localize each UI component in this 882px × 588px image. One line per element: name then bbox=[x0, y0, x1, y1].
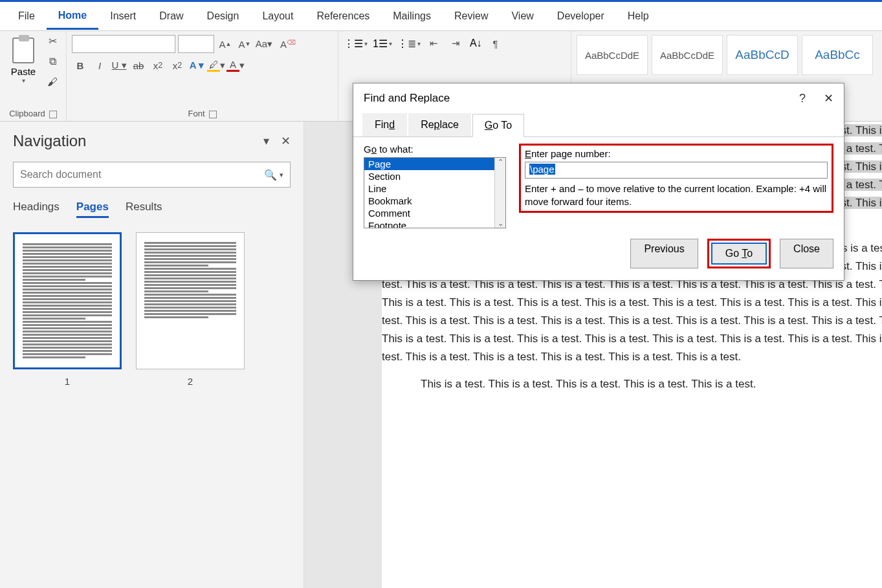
show-marks-button[interactable]: ¶ bbox=[487, 35, 504, 52]
nav-search-box[interactable]: 🔍 ▾ bbox=[13, 162, 291, 188]
nav-options-icon[interactable]: ▾ bbox=[263, 134, 269, 148]
goto-item-line[interactable]: Line bbox=[364, 182, 505, 195]
find-replace-dialog: Find and Replace ? ✕ Find Replace Go To … bbox=[353, 83, 844, 281]
text-effects-button[interactable]: A ▾ bbox=[188, 57, 205, 74]
nav-tab-headings[interactable]: Headings bbox=[13, 201, 60, 218]
goto-item-page[interactable]: Page bbox=[364, 158, 505, 170]
numbering-button[interactable]: 1☰▾ bbox=[373, 38, 392, 50]
tab-file[interactable]: File bbox=[6, 4, 47, 28]
font-group-label: Font bbox=[188, 109, 204, 118]
nav-tab-pages[interactable]: Pages bbox=[76, 201, 109, 218]
dialog-tab-find[interactable]: Find bbox=[362, 113, 407, 136]
nav-close-icon[interactable]: ✕ bbox=[281, 134, 291, 148]
nav-tab-results[interactable]: Results bbox=[126, 201, 162, 218]
goto-button[interactable]: Go To bbox=[711, 243, 767, 265]
superscript-button[interactable]: x2 bbox=[169, 57, 186, 74]
clipboard-launcher-icon[interactable] bbox=[49, 111, 57, 118]
tab-design[interactable]: Design bbox=[195, 4, 251, 28]
font-color-button[interactable]: A▾ bbox=[227, 57, 244, 74]
tab-references[interactable]: References bbox=[305, 4, 381, 28]
increase-indent-button[interactable]: ⇥ bbox=[448, 35, 465, 52]
clear-formatting-icon[interactable]: A⌫ bbox=[275, 36, 292, 52]
page-thumbnails: 1 2 bbox=[13, 232, 291, 387]
style-no-spacing[interactable]: AaBbCcDdE bbox=[652, 35, 723, 75]
bullets-button[interactable]: ⋮☰▾ bbox=[344, 38, 368, 50]
format-painter-icon[interactable]: 🖌 bbox=[45, 76, 60, 91]
goto-list-scrollbar[interactable]: ⌃⌄ bbox=[494, 158, 505, 228]
goto-item-comment[interactable]: Comment bbox=[364, 207, 505, 219]
tab-view[interactable]: View bbox=[500, 4, 545, 28]
enter-page-label: Enter page number: bbox=[525, 148, 828, 159]
cut-icon[interactable]: ✂ bbox=[45, 35, 60, 49]
tab-layout[interactable]: Layout bbox=[250, 4, 305, 28]
goto-what-list[interactable]: Page Section Line Bookmark Comment Footn… bbox=[364, 157, 506, 228]
tab-insert[interactable]: Insert bbox=[98, 4, 148, 28]
thumb-2-number: 2 bbox=[188, 376, 193, 387]
group-font: A▲ A▼ Aa▾ A⌫ B I U ▾ ab x2 x2 A ▾ 🖊▾ A▾ … bbox=[67, 31, 338, 121]
nav-search-input[interactable] bbox=[20, 169, 264, 180]
dialog-tab-replace[interactable]: Replace bbox=[408, 113, 471, 136]
page-number-input[interactable]: \page bbox=[525, 162, 828, 179]
dialog-title: Find and Replace bbox=[364, 92, 450, 105]
goto-hint-text: Enter + and – to move relative to the cu… bbox=[525, 182, 828, 208]
enter-page-highlight: Enter page number: \page Enter + and – t… bbox=[519, 144, 833, 213]
close-button[interactable]: Close bbox=[780, 239, 833, 268]
goto-button-highlight: Go To bbox=[707, 239, 771, 268]
goto-item-section[interactable]: Section bbox=[364, 170, 505, 182]
ribbon-tabs: File Home Insert Draw Design Layout Refe… bbox=[0, 0, 882, 31]
navigation-pane: Navigation ▾ ✕ 🔍 ▾ Headings Pages Result… bbox=[0, 122, 304, 588]
clipboard-icon bbox=[12, 38, 34, 63]
italic-button[interactable]: I bbox=[91, 57, 108, 74]
subscript-button[interactable]: x2 bbox=[149, 57, 166, 74]
paste-button[interactable]: Paste ▾ bbox=[5, 35, 41, 91]
thumb-1-number: 1 bbox=[65, 376, 70, 387]
multilevel-list-button[interactable]: ⋮≣▾ bbox=[397, 38, 421, 50]
tab-developer[interactable]: Developer bbox=[546, 4, 616, 28]
page-thumbnail-2[interactable] bbox=[136, 232, 245, 369]
underline-button[interactable]: U ▾ bbox=[111, 57, 127, 74]
goto-item-footnote[interactable]: Footnote bbox=[364, 219, 505, 228]
goto-what-label: Go to what: bbox=[364, 144, 506, 155]
highlight-button[interactable]: 🖊▾ bbox=[208, 57, 225, 74]
paste-label: Paste bbox=[11, 66, 36, 77]
group-clipboard: Paste ▾ ✂ ⧉ 🖌 Clipboard bbox=[0, 31, 67, 121]
decrease-indent-button[interactable]: ⇤ bbox=[426, 35, 443, 52]
style-heading2[interactable]: AaBbCc bbox=[802, 35, 873, 75]
dialog-help-icon[interactable]: ? bbox=[799, 92, 806, 105]
font-launcher-icon[interactable] bbox=[209, 111, 217, 118]
tab-draw[interactable]: Draw bbox=[148, 4, 195, 28]
strikethrough-button[interactable]: ab bbox=[130, 57, 147, 74]
sort-button[interactable]: A↓ bbox=[470, 38, 482, 49]
dialog-tab-goto[interactable]: Go To bbox=[472, 114, 524, 137]
dialog-tabs: Find Replace Go To bbox=[353, 113, 844, 137]
nav-subtabs: Headings Pages Results bbox=[13, 201, 291, 218]
page-thumbnail-1[interactable] bbox=[13, 232, 122, 369]
goto-item-bookmark[interactable]: Bookmark bbox=[364, 195, 505, 207]
bold-button[interactable]: B bbox=[72, 57, 89, 74]
copy-icon[interactable]: ⧉ bbox=[45, 56, 60, 70]
previous-button[interactable]: Previous bbox=[630, 239, 698, 268]
tab-home[interactable]: Home bbox=[47, 3, 98, 30]
font-size-select[interactable] bbox=[178, 35, 214, 53]
style-heading1[interactable]: AaBbCcD bbox=[727, 35, 798, 75]
tab-mailings[interactable]: Mailings bbox=[381, 4, 443, 28]
font-name-select[interactable] bbox=[72, 35, 175, 53]
clipboard-group-label: Clipboard bbox=[9, 109, 45, 118]
tab-help[interactable]: Help bbox=[616, 4, 661, 28]
change-case-icon[interactable]: Aa▾ bbox=[256, 36, 272, 52]
dialog-close-icon[interactable]: ✕ bbox=[824, 91, 833, 105]
decrease-font-icon[interactable]: A▼ bbox=[236, 36, 253, 52]
increase-font-icon[interactable]: A▲ bbox=[217, 36, 234, 52]
navigation-title: Navigation bbox=[13, 132, 86, 150]
style-normal[interactable]: AaBbCcDdE bbox=[577, 35, 648, 75]
search-options-icon[interactable]: ▾ bbox=[280, 171, 283, 179]
search-icon[interactable]: 🔍 bbox=[264, 169, 277, 181]
tab-review[interactable]: Review bbox=[443, 4, 500, 28]
